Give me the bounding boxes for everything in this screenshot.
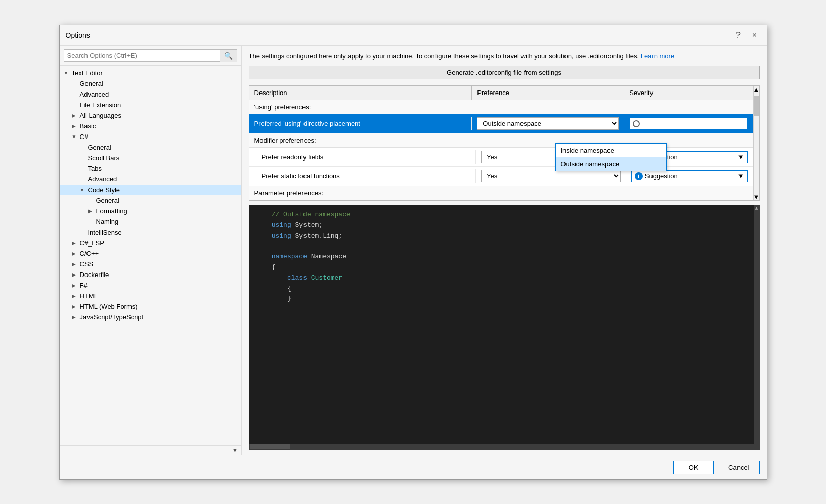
arrow-icon: ▶ [72,261,78,267]
sidebar-item-basic[interactable]: ▶ Basic [60,121,241,131]
pref-dropdown-static[interactable]: Yes No [481,170,621,182]
sidebar-item-csharp-general[interactable]: General [60,142,241,153]
ok-button[interactable]: OK [673,461,714,474]
dialog-body: 🔍 ▼ Text Editor General Advanced [60,46,767,455]
sidebar-item-file-extension[interactable]: File Extension [60,100,241,110]
code-token [256,274,287,282]
scroll-down-arrow[interactable]: ▼ [754,193,759,200]
sidebar-item-label: General [80,80,103,87]
sidebar-item-csharp-lsp[interactable]: ▶ C#_LSP [60,238,241,248]
code-token: // Outside namespace [256,211,351,218]
code-token: System.Linq; [291,232,342,240]
code-line: // Outside namespace [256,210,753,220]
sidebar-item-fsharp[interactable]: ▶ F# [60,280,241,291]
sidebar-item-text-editor[interactable]: ▼ Text Editor [60,68,241,78]
arrow-icon: ▶ [88,208,94,214]
sidebar-item-scroll-bars[interactable]: Scroll Bars [60,153,241,163]
sidebar-scroll-down[interactable]: ▼ [232,447,238,454]
sidebar-item-label: CSS [80,260,94,268]
sidebar-item-label: HTML (Web Forms) [80,303,138,310]
search-input[interactable] [64,49,220,62]
close-button[interactable]: × [749,29,761,41]
code-line: } [256,294,753,304]
sidebar-item-html[interactable]: ▶ HTML [60,291,241,301]
arrow-icon: ▼ [80,187,86,193]
sidebar-item-csharp[interactable]: ▼ C# [60,131,241,142]
radio-icon [633,120,640,127]
sidebar-item-label: C/C++ [80,250,99,257]
sidebar-item-dockerfile[interactable]: ▶ Dockerfile [60,269,241,280]
sidebar-item-label: C# [80,133,89,141]
code-token [307,274,311,282]
code-token [256,253,272,260]
sidebar-item-formatting[interactable]: ▶ Formatting [60,206,241,216]
sev-refactoring-dropdown[interactable]: Refactoring Only ▼ [629,118,747,129]
group-header-using: 'using' preferences: [249,100,759,114]
code-hscroll-thumb [250,444,290,449]
sidebar-item-label: Tabs [88,165,102,172]
code-scrollbar[interactable]: ▲ ▼ [754,205,760,450]
code-line: namespace Namespace [256,252,753,262]
code-line: { [256,284,753,294]
code-scroll-track [754,212,760,443]
sidebar-item-label: JavaScript/TypeScript [80,313,144,321]
sidebar-item-css[interactable]: ▶ CSS [60,259,241,269]
table-row[interactable]: Prefer static local functions Yes No i S… [249,167,759,186]
search-button[interactable]: 🔍 [220,49,237,62]
sidebar-item-intellisense[interactable]: IntelliSense [60,227,241,238]
group-label: 'using' preferences: [254,103,311,111]
table-row[interactable]: Prefer readonly fields Yes No i Suggesti… [249,148,759,167]
sidebar-item-label: Formatting [96,207,127,215]
sidebar-item-html-webforms[interactable]: ▶ HTML (Web Forms) [60,301,241,312]
sidebar-item-label: File Extension [80,101,121,109]
group-label: Parameter preferences: [254,189,324,197]
search-box: 🔍 [60,46,241,66]
help-button[interactable]: ? [732,29,745,41]
table-row[interactable]: Preferred 'using' directive placement Ou… [249,114,759,133]
code-token: System; [291,221,323,229]
sidebar-item-label: F# [80,282,88,289]
code-token: Customer [311,274,342,282]
sidebar-item-advanced-te[interactable]: Advanced [60,89,241,100]
sidebar-item-tabs[interactable]: Tabs [60,163,241,174]
code-hscroll[interactable] [249,444,754,450]
sidebar-item-naming[interactable]: Naming [60,216,241,227]
code-line: using System.Linq; [256,231,753,242]
code-token: { [256,285,291,292]
pref-dropdown-using[interactable]: Outside namespace Inside namespace [477,117,619,130]
sidebar-item-cs-general[interactable]: General [60,195,241,206]
sidebar-item-label: All Languages [80,112,121,119]
sidebar-item-general[interactable]: General [60,78,241,89]
generate-editorconfig-button[interactable]: Generate .editorconfig file from setting… [249,66,760,79]
table-scrollbar[interactable]: ▲ ▼ [753,86,759,200]
dropdown-option-inside[interactable]: Inside namespace [556,144,666,157]
scroll-up-arrow[interactable]: ▲ [754,86,759,93]
col-header-severity: Severity [624,86,753,100]
code-token: Namespace [307,253,346,260]
info-icon: i [635,172,643,180]
chevron-down-icon: ▼ [737,172,744,180]
code-line: using System; [256,220,753,231]
sidebar-item-label: Advanced [88,175,117,183]
row-pref[interactable]: Outside namespace Inside namespace [472,114,624,133]
sidebar-item-all-languages[interactable]: ▶ All Languages [60,110,241,121]
cancel-button[interactable]: Cancel [718,461,759,474]
row-sev[interactable]: Refactoring Only ▼ [624,115,753,132]
sidebar-item-code-style[interactable]: ▼ Code Style [60,185,241,195]
scroll-thumb [754,96,759,116]
dropdown-option-outside[interactable]: Outside namespace [556,157,666,171]
code-scroll-up[interactable]: ▲ [754,205,760,212]
sidebar-item-label: HTML [80,292,98,300]
code-token: using [272,221,291,229]
sidebar-item-cpp[interactable]: ▶ C/C++ [60,248,241,259]
scroll-track [754,93,759,193]
arrow-icon: ▶ [72,272,78,278]
learn-more-link[interactable]: Learn more [641,52,674,60]
sidebar-item-javascript-typescript[interactable]: ▶ JavaScript/TypeScript [60,312,241,323]
code-token: { [256,263,276,271]
code-token [256,221,272,229]
sidebar-item-advanced-cs[interactable]: Advanced [60,174,241,185]
sidebar-item-label: Advanced [80,90,109,98]
arrow-icon: ▼ [64,70,70,76]
sev-suggestion-dropdown-2[interactable]: i Suggestion ▼ [631,170,748,182]
